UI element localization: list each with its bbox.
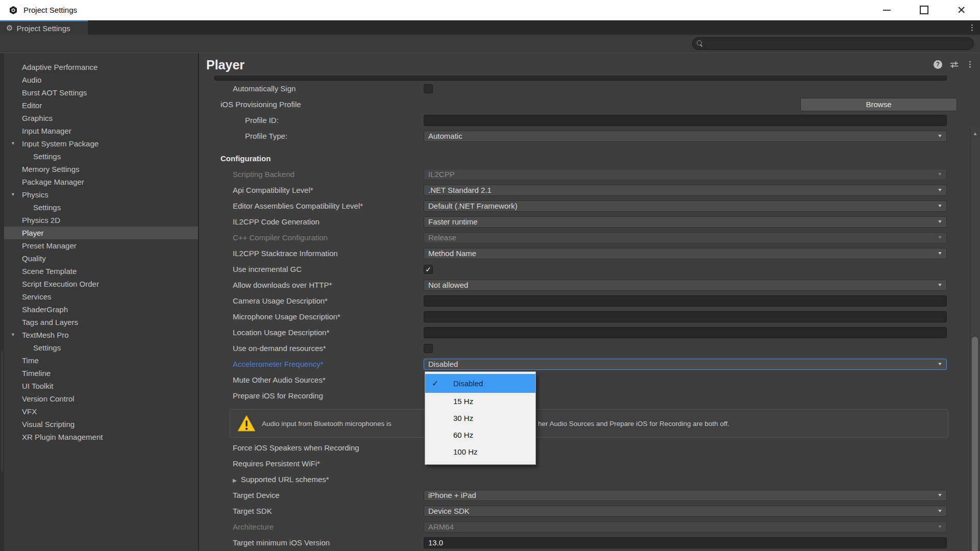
sidebar-item-settings[interactable]: Settings <box>4 341 198 354</box>
microphone-usage-description-input[interactable] <box>424 311 947 322</box>
gear-icon: ⚙ <box>6 23 13 33</box>
sidebar-item-label: Input System Package <box>22 139 99 148</box>
dropdown-option-30-hz[interactable]: 30 Hz <box>425 410 535 427</box>
sidebar-scrollbar-thumb[interactable] <box>1 351 3 472</box>
scroll-up-icon[interactable]: ▲ <box>970 131 980 136</box>
presets-button[interactable] <box>950 61 959 68</box>
sidebar-item-textmesh-pro[interactable]: ▼TextMesh Pro <box>4 329 198 341</box>
foldout-open-icon[interactable]: ▼ <box>11 137 15 150</box>
help-button[interactable]: ? <box>934 60 942 69</box>
use-on-demand-resources-checkbox[interactable] <box>424 344 433 353</box>
camera-usage-description-input[interactable] <box>424 295 947 307</box>
panel-menu-kebab-icon[interactable]: ⋮ <box>966 60 974 69</box>
target-sdk-dropdown[interactable]: Device SDK▼ <box>424 506 947 517</box>
accelerometer-frequency-dropdown[interactable]: Disabled▼ <box>424 359 947 370</box>
sidebar-item-xr-plugin-management[interactable]: XR Plugin Management <box>4 431 198 443</box>
use-incremental-gc-checkbox[interactable]: ✓ <box>424 265 433 274</box>
sidebar-item-player[interactable]: Player <box>4 227 198 239</box>
sidebar-item-ui-toolkit[interactable]: UI Toolkit <box>4 380 198 392</box>
content-scrollbar-thumb[interactable] <box>972 337 978 551</box>
sidebar-item-editor[interactable]: Editor <box>4 99 198 112</box>
dropdown-option-15-hz[interactable]: 15 Hz <box>425 393 535 410</box>
sidebar-item-services[interactable]: Services <box>4 290 198 303</box>
editor-assemblies-compatibility-level-dropdown[interactable]: Default (.NET Framework)▼ <box>424 201 947 212</box>
settings-row-target-sdk: Target SDKDevice SDK▼ <box>214 503 970 519</box>
sidebar-item-visual-scripting[interactable]: Visual Scripting <box>4 418 198 431</box>
sidebar-item-vfx[interactable]: VFX <box>4 405 198 418</box>
sidebar-item-settings[interactable]: Settings <box>4 201 198 214</box>
sidebar-item-physics[interactable]: ▼Physics <box>4 188 198 201</box>
sidebar-item-quality[interactable]: Quality <box>4 252 198 265</box>
sidebar-item-settings[interactable]: Settings <box>4 150 198 163</box>
foldout-open-icon[interactable]: ▼ <box>11 329 15 341</box>
sidebar-item-label: Visual Scripting <box>22 420 75 429</box>
row-control-area: Automatic▼ <box>424 128 947 144</box>
profile-id-input[interactable] <box>424 115 947 126</box>
sidebar-item-preset-manager[interactable]: Preset Manager <box>4 239 198 252</box>
dropdown-value: iPhone + iPad <box>428 491 476 499</box>
chevron-down-icon: ▼ <box>937 133 943 138</box>
allow-downloads-over-http-dropdown[interactable]: Not allowed▼ <box>424 280 947 291</box>
sidebar-item-label: VFX <box>22 407 37 416</box>
location-usage-description-input[interactable] <box>424 327 947 338</box>
close-button[interactable]: ✕ <box>943 0 980 20</box>
automatically-sign-checkbox[interactable] <box>424 84 433 93</box>
accelerometer-frequency-dropdown-menu: ✓Disabled15 Hz30 Hz60 Hz100 Hz <box>425 371 536 465</box>
sidebar-item-scene-template[interactable]: Scene Template <box>4 265 198 278</box>
dropdown-option-60-hz[interactable]: 60 Hz <box>425 427 535 443</box>
row-label: Target Device <box>214 491 424 499</box>
dropdown-option-disabled[interactable]: ✓Disabled <box>425 374 535 393</box>
row-label: Automatically Sign <box>214 84 424 93</box>
sidebar-item-timeline[interactable]: Timeline <box>4 367 198 380</box>
scroll-down-icon[interactable]: ▼ <box>970 544 980 549</box>
sidebar-item-input-manager[interactable]: Input Manager <box>4 124 198 137</box>
sidebar-item-package-manager[interactable]: Package Manager <box>4 176 198 188</box>
foldout-closed-icon[interactable]: ▶ <box>233 478 237 483</box>
row-control-area <box>424 340 947 356</box>
foldout-open-icon[interactable]: ▼ <box>11 188 15 201</box>
sidebar-item-memory-settings[interactable]: Memory Settings <box>4 163 198 176</box>
row-label: C++ Compiler Configuration <box>214 233 424 242</box>
content-scrollbar[interactable]: ▲ ▼ <box>970 129 980 551</box>
search-input[interactable] <box>706 39 973 48</box>
sidebar-item-label: Package Manager <box>22 178 84 186</box>
target-minimum-ios-version-input[interactable]: 13.0 <box>424 537 947 548</box>
sidebar-item-burst-aot-settings[interactable]: Burst AOT Settings <box>4 86 198 99</box>
sidebar-scrollbar[interactable] <box>0 53 4 551</box>
window-title: Project Settings <box>23 6 77 14</box>
settings-row-ios-provisioning-profile: iOS Provisioning ProfileBrowse <box>214 96 970 112</box>
settings-row-location-usage-description: Location Usage Description* <box>214 324 970 340</box>
il2cpp-stacktrace-information-dropdown[interactable]: Method Name▼ <box>424 248 947 259</box>
sidebar-item-tags-and-layers[interactable]: Tags and Layers <box>4 316 198 329</box>
api-compatibility-level-dropdown[interactable]: .NET Standard 2.1▼ <box>424 185 947 196</box>
help-icon: ? <box>934 60 942 69</box>
profile-type-dropdown[interactable]: Automatic▼ <box>424 131 947 142</box>
warning-helpbox: Audio input from Bluetooth microphones i… <box>230 409 948 438</box>
dropdown-option-label: 60 Hz <box>453 431 473 439</box>
browse-button[interactable]: Browse <box>800 98 957 111</box>
settings-row-clipped <box>214 76 970 81</box>
row-label[interactable]: ▶Supported URL schemes* <box>214 475 424 484</box>
dropdown-value: Not allowed <box>428 281 468 289</box>
minimize-button[interactable] <box>868 0 905 20</box>
clipped-input[interactable] <box>214 76 947 81</box>
search-field[interactable] <box>692 37 974 50</box>
sidebar-item-graphics[interactable]: Graphics <box>4 112 198 124</box>
sidebar-item-shadergraph[interactable]: ShaderGraph <box>4 303 198 316</box>
sidebar-item-label: Settings <box>33 152 61 161</box>
sidebar-item-version-control[interactable]: Version Control <box>4 392 198 405</box>
sidebar-item-input-system-package[interactable]: ▼Input System Package <box>4 137 198 150</box>
maximize-button[interactable] <box>905 0 943 20</box>
il2cpp-code-generation-dropdown[interactable]: Faster runtime▼ <box>424 216 947 228</box>
warning-text-right: her Audio Sources and Prepare iOS for Re… <box>538 420 729 428</box>
tab-menu-kebab-icon[interactable]: ⋮ <box>968 20 976 35</box>
tab-project-settings[interactable]: ⚙ Project Settings <box>0 20 88 35</box>
sidebar-item-audio[interactable]: Audio <box>4 73 198 86</box>
sidebar-item-script-execution-order[interactable]: Script Execution Order <box>4 278 198 290</box>
target-device-dropdown[interactable]: iPhone + iPad▼ <box>424 490 947 501</box>
row-control-area <box>424 324 947 340</box>
sidebar-item-time[interactable]: Time <box>4 354 198 367</box>
sidebar-item-adaptive-performance[interactable]: Adaptive Performance <box>4 61 198 73</box>
sidebar-item-physics-2d[interactable]: Physics 2D <box>4 214 198 227</box>
dropdown-option-100-hz[interactable]: 100 Hz <box>425 443 535 460</box>
